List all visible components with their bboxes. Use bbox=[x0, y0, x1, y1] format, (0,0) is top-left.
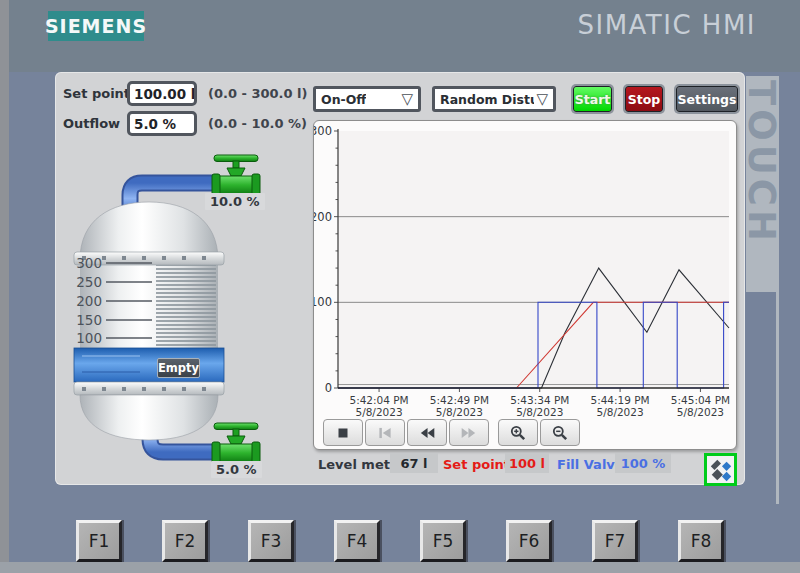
setpoint-range: (0.0 - 300.0 l) bbox=[208, 86, 307, 101]
svg-text:5/8/2023: 5/8/2023 bbox=[597, 406, 644, 418]
inlet-valve-label: 10.0 % bbox=[205, 193, 265, 210]
bezel-left-strip bbox=[0, 0, 9, 573]
trend-chart: 01002003005:42:04 PM5/8/20235:42:49 PM5/… bbox=[314, 123, 738, 419]
level-meter-value: 67 l bbox=[390, 453, 438, 473]
stop-trend-button[interactable] bbox=[323, 419, 363, 446]
svg-text:5:44:19 PM: 5:44:19 PM bbox=[590, 394, 649, 406]
touch-strip: TOUCH bbox=[746, 76, 779, 504]
svg-text:5:42:04 PM: 5:42:04 PM bbox=[349, 394, 408, 406]
tank-scale-label: 300 bbox=[72, 255, 102, 271]
stop-icon bbox=[334, 424, 352, 442]
svg-text:300: 300 bbox=[314, 124, 332, 138]
fkey-button-f3[interactable]: F3 bbox=[248, 520, 294, 562]
scroll-back-button[interactable] bbox=[407, 419, 447, 446]
outlet-valve bbox=[212, 423, 260, 464]
fkey-button-f2[interactable]: F2 bbox=[162, 520, 208, 562]
skip-start-icon bbox=[376, 424, 394, 442]
empty-button[interactable]: Empty bbox=[157, 358, 200, 378]
zoom-out-button[interactable] bbox=[540, 419, 580, 446]
tank-scale-label: 150 bbox=[72, 312, 102, 328]
hmi-device: SIEMENS SIMATIC HMI TOUCH Set point (0.0… bbox=[0, 0, 800, 573]
outflow-range: (0.0 - 10.0 %) bbox=[208, 116, 307, 131]
svg-text:100: 100 bbox=[314, 295, 332, 309]
svg-text:5/8/2023: 5/8/2023 bbox=[677, 406, 724, 418]
skip-to-start-button[interactable] bbox=[365, 419, 405, 446]
siemens-logo: SIEMENS bbox=[48, 11, 144, 41]
runtime-loader-button[interactable] bbox=[704, 453, 737, 486]
dropdown-arrow-icon: ▽ bbox=[536, 90, 548, 108]
setpoint-status-label: Set point bbox=[443, 457, 510, 472]
rewind-icon bbox=[418, 424, 436, 442]
disturbance-dropdown[interactable]: Random Disturb ▽ bbox=[432, 86, 556, 112]
svg-text:5/8/2023: 5/8/2023 bbox=[516, 406, 563, 418]
trend-chart-panel: 01002003005:42:04 PM5/8/20235:42:49 PM5/… bbox=[313, 120, 737, 450]
fkey-button-f7[interactable]: F7 bbox=[592, 520, 638, 562]
fkey-button-f4[interactable]: F4 bbox=[334, 520, 380, 562]
magnifier-plus-icon bbox=[509, 424, 527, 442]
disturbance-value: Random Disturb bbox=[440, 92, 534, 107]
control-mode-value: On-Off bbox=[321, 92, 366, 107]
fkey-button-f1[interactable]: F1 bbox=[76, 520, 122, 562]
setpoint-status-value: 100 l bbox=[505, 453, 549, 473]
setpoint-input[interactable] bbox=[127, 81, 197, 106]
outflow-label: Outflow bbox=[63, 116, 120, 131]
scroll-forward-button[interactable] bbox=[449, 419, 489, 446]
tank-scale-label: 200 bbox=[72, 293, 102, 309]
simatic-hmi-title: SIMATIC HMI bbox=[560, 10, 756, 44]
zoom-in-button[interactable] bbox=[498, 419, 538, 446]
settings-button[interactable]: Settings bbox=[676, 86, 738, 112]
magnifier-minus-icon bbox=[551, 424, 569, 442]
touch-strip-inset bbox=[746, 292, 776, 504]
svg-text:0: 0 bbox=[325, 381, 332, 395]
setpoint-label: Set point bbox=[63, 86, 130, 101]
outlet-valve-label: 5.0 % bbox=[211, 461, 262, 478]
bezel-bottom-strip bbox=[0, 562, 800, 573]
touch-label: TOUCH bbox=[745, 80, 778, 245]
outflow-input[interactable] bbox=[127, 111, 197, 136]
transfer-pinwheel-icon bbox=[708, 457, 734, 483]
inlet-valve bbox=[212, 155, 260, 196]
chart-toolbar bbox=[323, 419, 582, 446]
hmi-screen: Set point (0.0 - 300.0 l) Outflow (0.0 -… bbox=[55, 72, 745, 485]
tank-scale-label: 100 bbox=[72, 330, 102, 346]
svg-text:5:45:04 PM: 5:45:04 PM bbox=[671, 394, 730, 406]
fill-valve-label: Fill Valve bbox=[557, 457, 624, 472]
dropdown-arrow-icon: ▽ bbox=[401, 90, 413, 108]
control-mode-dropdown[interactable]: On-Off ▽ bbox=[313, 86, 421, 112]
forward-icon bbox=[460, 424, 478, 442]
start-button[interactable]: Start bbox=[573, 86, 612, 112]
stop-button[interactable]: Stop bbox=[625, 86, 663, 112]
fkey-button-f6[interactable]: F6 bbox=[506, 520, 552, 562]
svg-text:200: 200 bbox=[314, 210, 332, 224]
svg-text:5:43:34 PM: 5:43:34 PM bbox=[510, 394, 569, 406]
fkey-button-f5[interactable]: F5 bbox=[420, 520, 466, 562]
fill-valve-value: 100 % bbox=[615, 453, 671, 473]
svg-text:5:42:49 PM: 5:42:49 PM bbox=[430, 394, 489, 406]
svg-text:5/8/2023: 5/8/2023 bbox=[436, 406, 483, 418]
tank-scale-label: 250 bbox=[72, 274, 102, 290]
fkey-button-f8[interactable]: F8 bbox=[678, 520, 724, 562]
svg-text:5/8/2023: 5/8/2023 bbox=[355, 406, 402, 418]
